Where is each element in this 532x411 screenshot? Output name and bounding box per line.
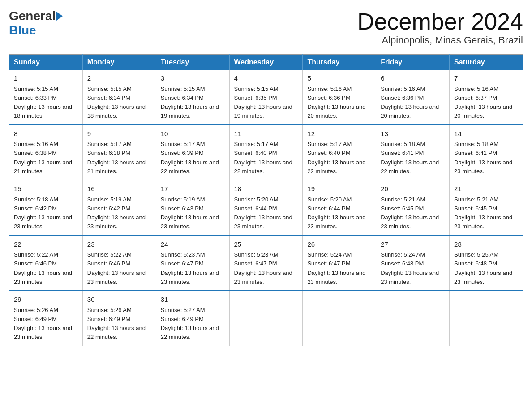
calendar-week-row: 8Sunrise: 5:16 AMSunset: 6:38 PMDaylight… — [9, 125, 523, 180]
logo-general-text: General — [9, 9, 56, 23]
calendar-cell — [376, 291, 450, 346]
day-info: Sunrise: 5:24 AMSunset: 6:48 PMDaylight:… — [381, 251, 439, 285]
day-info: Sunrise: 5:16 AMSunset: 6:36 PMDaylight:… — [381, 86, 439, 120]
day-info: Sunrise: 5:15 AMSunset: 6:35 PMDaylight:… — [234, 86, 292, 120]
calendar-cell — [450, 291, 523, 346]
day-number: 29 — [14, 295, 78, 305]
calendar-header-cell: Tuesday — [156, 55, 229, 70]
calendar-table: SundayMondayTuesdayWednesdayThursdayFrid… — [9, 54, 523, 346]
logo-triangle-icon — [56, 12, 63, 21]
calendar-week-row: 22Sunrise: 5:22 AMSunset: 6:46 PMDayligh… — [9, 235, 523, 291]
day-number: 24 — [161, 240, 225, 250]
day-number: 31 — [161, 295, 225, 305]
day-info: Sunrise: 5:23 AMSunset: 6:47 PMDaylight:… — [234, 251, 292, 285]
day-info: Sunrise: 5:18 AMSunset: 6:41 PMDaylight:… — [381, 141, 439, 175]
calendar-header-cell: Thursday — [303, 55, 376, 70]
day-number: 27 — [381, 240, 445, 250]
day-info: Sunrise: 5:25 AMSunset: 6:48 PMDaylight:… — [454, 251, 512, 285]
day-info: Sunrise: 5:27 AMSunset: 6:49 PMDaylight:… — [161, 307, 219, 341]
day-info: Sunrise: 5:15 AMSunset: 6:34 PMDaylight:… — [161, 86, 219, 120]
day-number: 16 — [87, 184, 151, 194]
calendar-cell: 21Sunrise: 5:21 AMSunset: 6:45 PMDayligh… — [450, 180, 523, 235]
day-info: Sunrise: 5:22 AMSunset: 6:46 PMDaylight:… — [87, 251, 146, 285]
calendar-header-cell: Monday — [82, 55, 156, 70]
calendar-header-row: SundayMondayTuesdayWednesdayThursdayFrid… — [9, 55, 523, 70]
day-info: Sunrise: 5:20 AMSunset: 6:44 PMDaylight:… — [307, 196, 365, 230]
calendar-header-cell: Sunday — [9, 55, 83, 70]
day-number: 18 — [234, 184, 298, 194]
calendar-cell: 10Sunrise: 5:17 AMSunset: 6:39 PMDayligh… — [156, 125, 229, 180]
calendar-cell: 19Sunrise: 5:20 AMSunset: 6:44 PMDayligh… — [303, 180, 376, 235]
calendar-week-row: 29Sunrise: 5:26 AMSunset: 6:49 PMDayligh… — [9, 291, 523, 346]
day-number: 11 — [234, 129, 298, 139]
day-number: 2 — [87, 73, 151, 84]
day-info: Sunrise: 5:17 AMSunset: 6:39 PMDaylight:… — [161, 141, 219, 175]
day-number: 20 — [381, 184, 445, 194]
calendar-cell: 28Sunrise: 5:25 AMSunset: 6:48 PMDayligh… — [450, 235, 523, 291]
day-info: Sunrise: 5:15 AMSunset: 6:34 PMDaylight:… — [87, 86, 146, 120]
calendar-cell: 25Sunrise: 5:23 AMSunset: 6:47 PMDayligh… — [229, 235, 303, 291]
calendar-cell: 30Sunrise: 5:26 AMSunset: 6:49 PMDayligh… — [82, 291, 156, 346]
day-number: 15 — [14, 184, 78, 194]
calendar-cell: 22Sunrise: 5:22 AMSunset: 6:46 PMDayligh… — [9, 235, 83, 291]
calendar-week-row: 1Sunrise: 5:15 AMSunset: 6:33 PMDaylight… — [9, 70, 523, 125]
day-info: Sunrise: 5:21 AMSunset: 6:45 PMDaylight:… — [381, 196, 439, 230]
page-header: General Blue December 2024 Alpinopolis, … — [9, 9, 523, 46]
day-number: 22 — [14, 240, 78, 250]
day-number: 8 — [14, 129, 78, 139]
day-info: Sunrise: 5:24 AMSunset: 6:47 PMDaylight:… — [307, 251, 365, 285]
calendar-cell: 29Sunrise: 5:26 AMSunset: 6:49 PMDayligh… — [9, 291, 83, 346]
calendar-cell: 23Sunrise: 5:22 AMSunset: 6:46 PMDayligh… — [82, 235, 156, 291]
calendar-cell: 27Sunrise: 5:24 AMSunset: 6:48 PMDayligh… — [376, 235, 450, 291]
calendar-header-cell: Wednesday — [229, 55, 303, 70]
calendar-header-cell: Saturday — [450, 55, 523, 70]
calendar-cell: 7Sunrise: 5:16 AMSunset: 6:37 PMDaylight… — [450, 70, 523, 125]
day-number: 21 — [454, 184, 518, 194]
calendar-cell: 2Sunrise: 5:15 AMSunset: 6:34 PMDaylight… — [82, 70, 156, 125]
day-info: Sunrise: 5:17 AMSunset: 6:40 PMDaylight:… — [307, 141, 365, 175]
day-info: Sunrise: 5:21 AMSunset: 6:45 PMDaylight:… — [454, 196, 512, 230]
calendar-cell: 16Sunrise: 5:19 AMSunset: 6:42 PMDayligh… — [82, 180, 156, 235]
calendar-cell: 8Sunrise: 5:16 AMSunset: 6:38 PMDaylight… — [9, 125, 83, 180]
day-number: 25 — [234, 240, 298, 250]
day-info: Sunrise: 5:18 AMSunset: 6:42 PMDaylight:… — [14, 196, 72, 230]
day-number: 23 — [87, 240, 151, 250]
day-number: 4 — [234, 73, 298, 84]
day-info: Sunrise: 5:18 AMSunset: 6:41 PMDaylight:… — [454, 141, 512, 175]
day-info: Sunrise: 5:23 AMSunset: 6:47 PMDaylight:… — [161, 251, 219, 285]
day-number: 19 — [307, 184, 371, 194]
day-info: Sunrise: 5:26 AMSunset: 6:49 PMDaylight:… — [14, 307, 72, 341]
calendar-cell: 13Sunrise: 5:18 AMSunset: 6:41 PMDayligh… — [376, 125, 450, 180]
logo: General Blue — [9, 9, 64, 38]
day-number: 3 — [161, 73, 225, 84]
day-number: 10 — [161, 129, 225, 139]
calendar-cell: 20Sunrise: 5:21 AMSunset: 6:45 PMDayligh… — [376, 180, 450, 235]
day-info: Sunrise: 5:22 AMSunset: 6:46 PMDaylight:… — [14, 251, 72, 285]
calendar-week-row: 15Sunrise: 5:18 AMSunset: 6:42 PMDayligh… — [9, 180, 523, 235]
day-number: 14 — [454, 129, 518, 139]
day-number: 12 — [307, 129, 371, 139]
day-info: Sunrise: 5:17 AMSunset: 6:40 PMDaylight:… — [234, 141, 292, 175]
calendar-cell: 26Sunrise: 5:24 AMSunset: 6:47 PMDayligh… — [303, 235, 376, 291]
day-number: 5 — [307, 73, 371, 84]
day-number: 6 — [381, 73, 445, 84]
calendar-cell: 14Sunrise: 5:18 AMSunset: 6:41 PMDayligh… — [450, 125, 523, 180]
logo-blue-text: Blue — [9, 23, 36, 37]
day-info: Sunrise: 5:19 AMSunset: 6:43 PMDaylight:… — [161, 196, 219, 230]
location-title: Alpinopolis, Minas Gerais, Brazil — [357, 34, 523, 46]
day-number: 9 — [87, 129, 151, 139]
calendar-cell: 3Sunrise: 5:15 AMSunset: 6:34 PMDaylight… — [156, 70, 229, 125]
day-number: 17 — [161, 184, 225, 194]
day-info: Sunrise: 5:16 AMSunset: 6:36 PMDaylight:… — [307, 86, 365, 120]
day-number: 13 — [381, 129, 445, 139]
calendar-cell: 17Sunrise: 5:19 AMSunset: 6:43 PMDayligh… — [156, 180, 229, 235]
calendar-cell: 24Sunrise: 5:23 AMSunset: 6:47 PMDayligh… — [156, 235, 229, 291]
calendar-cell — [303, 291, 376, 346]
calendar-cell: 4Sunrise: 5:15 AMSunset: 6:35 PMDaylight… — [229, 70, 303, 125]
calendar-cell: 15Sunrise: 5:18 AMSunset: 6:42 PMDayligh… — [9, 180, 83, 235]
calendar-cell: 18Sunrise: 5:20 AMSunset: 6:44 PMDayligh… — [229, 180, 303, 235]
calendar-cell: 1Sunrise: 5:15 AMSunset: 6:33 PMDaylight… — [9, 70, 83, 125]
calendar-cell: 11Sunrise: 5:17 AMSunset: 6:40 PMDayligh… — [229, 125, 303, 180]
calendar-cell: 12Sunrise: 5:17 AMSunset: 6:40 PMDayligh… — [303, 125, 376, 180]
day-number: 28 — [454, 240, 518, 250]
